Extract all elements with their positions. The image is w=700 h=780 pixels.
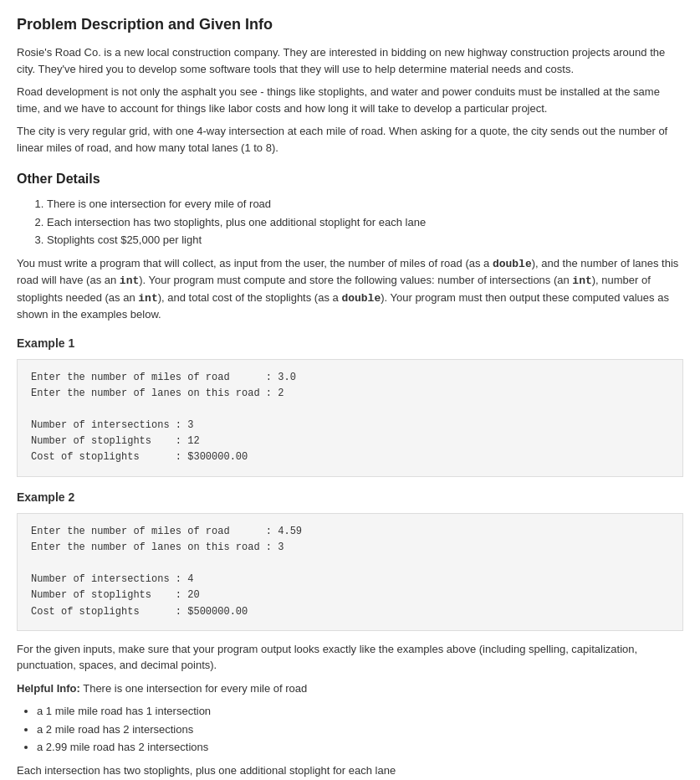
int-keyword-1: int (120, 275, 139, 287)
example1-code-block: Enter the number of miles of road : 3.0 … (17, 359, 683, 477)
main-para-before: You must write a program that will colle… (17, 257, 493, 269)
other-details-item-3: Stoplights cost $25,000 per light (47, 232, 683, 249)
intro-paragraph-2: Road development is not only the asphalt… (17, 84, 683, 116)
stoplights-paragraph: Each intersection has two stoplights, pl… (17, 762, 683, 779)
helpful-list-item-1: a 1 mile mile road has 1 intersection (37, 703, 683, 720)
example1-label: Example 1 (17, 335, 683, 352)
main-paragraph: You must write a program that will colle… (17, 255, 683, 323)
int-keyword-3: int (138, 292, 157, 305)
helpful-list-item-3: a 2.99 mile road has 2 intersections (37, 739, 683, 756)
other-details-item-2: Each intersection has two stoplights, pl… (47, 214, 683, 231)
double-keyword-2: double (341, 292, 381, 305)
int-keyword-2: int (572, 275, 591, 287)
other-details-list: There is one intersection for every mile… (47, 196, 683, 249)
helpful-info-paragraph: Helpful Info: There is one intersection … (17, 680, 683, 697)
other-details-item-1: There is one intersection for every mile… (47, 196, 683, 213)
helpful-list-item-2: a 2 mile road has 2 intersections (37, 721, 683, 738)
page-title: Problem Description and Given Info (17, 13, 683, 36)
helpful-info-text: There is one intersection for every mile… (80, 682, 307, 695)
other-details-heading: Other Details (17, 169, 683, 189)
helpful-info-list: a 1 mile mile road has 1 intersection a … (37, 703, 683, 756)
main-para-middle2: ). Your program must compute and store t… (139, 274, 572, 286)
example2-label: Example 2 (17, 489, 683, 506)
main-para-middle4: ), and total cost of the stoplights (as … (158, 291, 342, 304)
footer-paragraph: For the given inputs, make sure that you… (17, 641, 683, 674)
example2-code-block: Enter the number of miles of road : 4.59… (17, 513, 683, 631)
intro-paragraph-3: The city is very regular grid, with one … (17, 123, 683, 156)
intro-paragraph-1: Rosie's Road Co. is a new local construc… (17, 44, 683, 77)
double-keyword-1: double (493, 258, 532, 270)
helpful-info-label: Helpful Info: (17, 682, 80, 695)
